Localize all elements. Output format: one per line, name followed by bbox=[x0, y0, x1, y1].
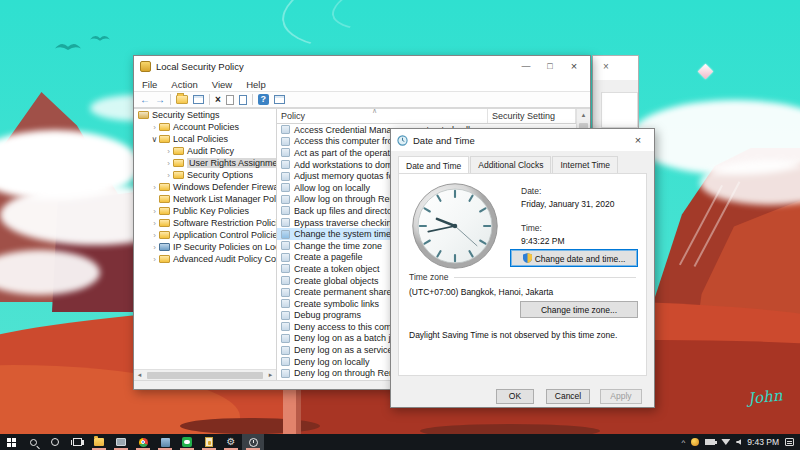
column-header-policy[interactable]: Policy ∧ bbox=[277, 109, 488, 123]
policy-icon bbox=[281, 218, 290, 227]
blue-app-icon bbox=[161, 438, 170, 447]
tree-item-software-restriction[interactable]: › Software Restriction Policies bbox=[134, 217, 276, 229]
help-icon[interactable]: ? bbox=[258, 94, 269, 105]
tab-additional-clocks[interactable]: Additional Clocks bbox=[470, 156, 551, 173]
ok-button[interactable]: OK bbox=[496, 389, 534, 404]
chevron-right-icon[interactable]: › bbox=[150, 207, 159, 216]
chevron-right-icon[interactable]: › bbox=[150, 183, 159, 192]
policy-icon bbox=[281, 322, 290, 331]
taskbar-settings[interactable]: ⚙ bbox=[220, 434, 242, 450]
search-icon bbox=[30, 439, 37, 446]
folder-icon bbox=[173, 147, 184, 155]
ip-security-icon bbox=[159, 243, 170, 251]
tree-item-security-settings[interactable]: Security Settings bbox=[134, 109, 276, 121]
battery-icon[interactable] bbox=[705, 439, 715, 445]
cancel-button[interactable]: Cancel bbox=[546, 389, 590, 404]
bird-silhouette bbox=[55, 40, 81, 52]
scroll-left-icon[interactable]: ◂ bbox=[134, 371, 145, 379]
tree-item-account-policies[interactable]: › Account Policies bbox=[134, 121, 276, 133]
chevron-right-icon[interactable]: › bbox=[150, 219, 159, 228]
forward-icon[interactable]: → bbox=[155, 94, 165, 106]
policy-icon bbox=[281, 241, 290, 250]
menu-action[interactable]: Action bbox=[171, 79, 197, 89]
tree-item-ip-security-policies[interactable]: › IP Security Policies on Local Compute bbox=[134, 241, 276, 253]
chevron-right-icon[interactable]: › bbox=[164, 159, 173, 168]
taskbar-chrome[interactable] bbox=[132, 434, 154, 450]
change-date-time-button[interactable]: Change date and time... bbox=[510, 249, 638, 267]
taskbar-clock[interactable]: 9:43 PM bbox=[747, 437, 779, 447]
export-list-icon[interactable] bbox=[239, 95, 247, 105]
chat-icon bbox=[182, 437, 192, 447]
chevron-right-icon[interactable]: › bbox=[150, 231, 159, 240]
analog-clock bbox=[411, 182, 499, 274]
action-center-icon[interactable] bbox=[785, 438, 794, 446]
date-time-dialog: Date and Time × Date and Time Additional… bbox=[390, 128, 655, 408]
tree-item-advanced-audit[interactable]: › Advanced Audit Policy Configuration bbox=[134, 253, 276, 265]
scroll-right-icon[interactable]: ▸ bbox=[265, 371, 276, 379]
list-view-icon[interactable] bbox=[193, 95, 204, 104]
task-view-button[interactable] bbox=[66, 434, 88, 450]
search-button[interactable] bbox=[22, 434, 44, 450]
tab-date-and-time[interactable]: Date and Time bbox=[398, 156, 469, 173]
policy-icon bbox=[281, 172, 290, 181]
tree-item-public-key-policies[interactable]: › Public Key Policies bbox=[134, 205, 276, 217]
scroll-up-icon[interactable]: ▲ bbox=[577, 109, 590, 118]
scrollbar-thumb[interactable] bbox=[147, 372, 263, 379]
chevron-right-icon[interactable]: › bbox=[150, 123, 159, 132]
tree-item-application-control[interactable]: › Application Control Policies bbox=[134, 229, 276, 241]
column-header-security-setting[interactable]: Security Setting bbox=[488, 109, 576, 123]
minimize-button[interactable]: — bbox=[514, 56, 538, 77]
taskbar-blue-app[interactable] bbox=[154, 434, 176, 450]
lsp-titlebar[interactable]: Local Security Policy — □ × bbox=[134, 56, 590, 77]
tree-item-network-list-manager[interactable]: Network List Manager Policies bbox=[134, 193, 276, 205]
timezone-value: (UTC+07:00) Bangkok, Hanoi, Jakarta bbox=[409, 287, 553, 297]
tree-item-audit-policy[interactable]: › Audit Policy bbox=[134, 145, 276, 157]
close-icon[interactable]: × bbox=[603, 61, 609, 72]
chevron-right-icon[interactable]: › bbox=[164, 147, 173, 156]
chevron-right-icon[interactable]: › bbox=[164, 171, 173, 180]
horizontal-scrollbar[interactable]: ◂ ▸ bbox=[134, 369, 276, 380]
background-window[interactable]: × bbox=[592, 55, 639, 133]
start-button[interactable] bbox=[0, 434, 22, 450]
taskbar-display-app[interactable] bbox=[110, 434, 132, 450]
chevron-down-icon[interactable]: ∨ bbox=[150, 135, 159, 144]
maximize-button[interactable]: □ bbox=[538, 56, 562, 77]
back-icon[interactable]: ← bbox=[140, 94, 150, 106]
volume-icon[interactable] bbox=[736, 439, 741, 445]
dialog-title: Date and Time bbox=[413, 135, 475, 146]
delete-icon[interactable]: × bbox=[215, 94, 221, 106]
timezone-label: Time zone bbox=[409, 272, 448, 282]
chevron-right-icon[interactable]: › bbox=[150, 255, 159, 264]
folder-icon bbox=[159, 219, 170, 227]
tab-internet-time[interactable]: Internet Time bbox=[552, 156, 618, 173]
toolbar-separator bbox=[252, 94, 253, 105]
tree-item-local-policies[interactable]: ∨ Local Policies bbox=[134, 133, 276, 145]
menu-file[interactable]: File bbox=[142, 79, 157, 89]
panes-icon[interactable] bbox=[274, 95, 285, 104]
window-title: Local Security Policy bbox=[156, 61, 244, 72]
taskbar-file-explorer[interactable] bbox=[88, 434, 110, 450]
taskbar-date-time[interactable] bbox=[242, 434, 264, 450]
close-button[interactable]: × bbox=[626, 130, 650, 151]
menu-help[interactable]: Help bbox=[246, 79, 266, 89]
wifi-icon[interactable] bbox=[721, 439, 730, 445]
taskbar-messenger[interactable] bbox=[176, 434, 198, 450]
folder-icon bbox=[159, 195, 170, 203]
tray-chevron-icon[interactable]: ^ bbox=[682, 438, 686, 447]
dialog-titlebar[interactable]: Date and Time × bbox=[391, 129, 654, 151]
tab-strip: Date and Time Additional Clocks Internet… bbox=[391, 151, 654, 173]
tree-item-windows-defender-firewall[interactable]: › Windows Defender Firewall with Adva bbox=[134, 181, 276, 193]
change-timezone-button[interactable]: Change time zone... bbox=[520, 301, 638, 318]
cortana-button[interactable] bbox=[44, 434, 66, 450]
apply-button[interactable]: Apply bbox=[600, 389, 642, 404]
menu-view[interactable]: View bbox=[212, 79, 232, 89]
policy-icon bbox=[281, 288, 290, 297]
taskbar-security-policy[interactable] bbox=[198, 434, 220, 450]
folder-icon[interactable] bbox=[176, 95, 188, 104]
close-button[interactable]: × bbox=[562, 56, 586, 77]
properties-icon[interactable] bbox=[226, 95, 234, 105]
chevron-right-icon[interactable]: › bbox=[150, 243, 159, 252]
tree-item-security-options[interactable]: › Security Options bbox=[134, 169, 276, 181]
tray-app-icon[interactable] bbox=[691, 438, 699, 446]
tree-item-user-rights-assignment[interactable]: › User Rights Assignment bbox=[134, 157, 276, 169]
